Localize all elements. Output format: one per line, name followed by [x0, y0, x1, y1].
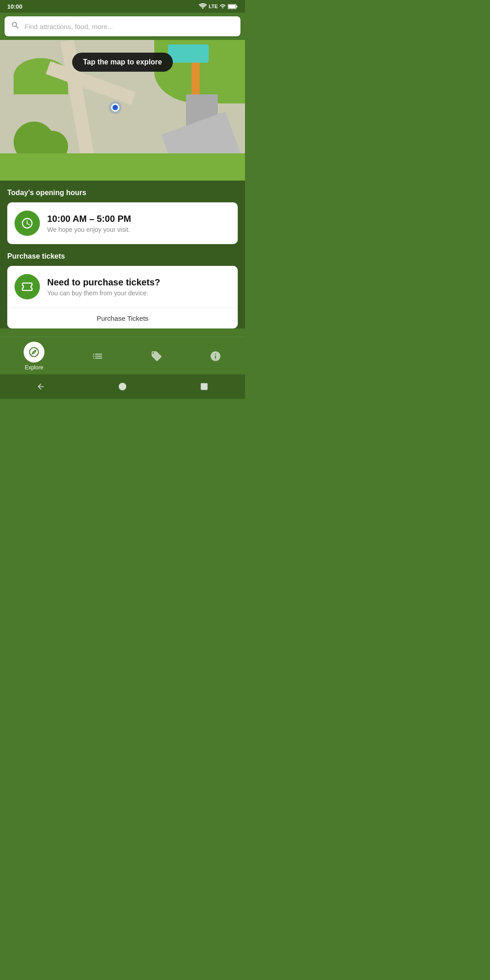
info-icon	[210, 350, 221, 362]
search-icon	[11, 21, 20, 32]
clock-icon-circle	[15, 211, 40, 236]
status-time: 10:00	[7, 3, 22, 10]
opening-hours-title: Today's opening hours	[7, 189, 238, 197]
android-nav-bar	[0, 374, 245, 399]
opening-hours-body: 10:00 AM – 5:00 PM We hope you enjoy you…	[7, 202, 238, 244]
tickets-card-body: Need to purchase tickets? You can buy th…	[7, 266, 238, 308]
user-location-dot	[111, 103, 119, 112]
ticket-icon-circle	[15, 274, 40, 299]
explore-label: Explore	[25, 364, 44, 371]
svg-rect-1	[236, 5, 237, 7]
search-placeholder: Find attractions, food, more...	[24, 23, 113, 30]
opening-hours-time: 10:00 AM – 5:00 PM	[47, 213, 131, 224]
clock-icon	[21, 217, 34, 230]
map-area[interactable]: Tap the map to explore	[0, 40, 245, 181]
svg-point-3	[119, 383, 127, 391]
android-home-button[interactable]	[118, 382, 127, 391]
tickets-headline: Need to purchase tickets?	[47, 277, 160, 288]
explore-icon-circle	[24, 342, 44, 363]
tickets-card: Need to purchase tickets? You can buy th…	[7, 266, 238, 328]
nav-item-list[interactable]	[92, 350, 103, 362]
status-bar: 10:00 LTE	[0, 0, 245, 13]
tickets-subtext: You can buy them from your device.	[47, 289, 160, 297]
nav-item-explore[interactable]: Explore	[24, 342, 44, 371]
map-tooltip: Tap the map to explore	[72, 53, 173, 72]
purchase-tickets-button[interactable]: Purchase Tickets	[7, 308, 238, 328]
ticket-icon	[21, 280, 34, 293]
android-back-button[interactable]	[36, 382, 45, 391]
opening-hours-message: We hope you enjoy your visit.	[47, 226, 131, 233]
nav-item-info[interactable]	[210, 350, 221, 362]
content-section: Today's opening hours 10:00 AM – 5:00 PM…	[0, 181, 245, 328]
opening-hours-text: 10:00 AM – 5:00 PM We hope you enjoy you…	[47, 213, 131, 233]
tag-icon	[151, 350, 162, 362]
list-icon	[92, 350, 103, 362]
status-icons: LTE	[199, 3, 238, 10]
map-bottom-zone	[0, 153, 245, 181]
tickets-section-title: Purchase tickets	[7, 252, 238, 260]
lte-label: LTE	[209, 4, 218, 9]
bottom-nav: Explore	[0, 337, 245, 374]
svg-rect-4	[201, 383, 208, 390]
tickets-text: Need to purchase tickets? You can buy th…	[47, 277, 160, 297]
opening-hours-card: 10:00 AM – 5:00 PM We hope you enjoy you…	[7, 202, 238, 244]
nav-item-tag[interactable]	[151, 350, 162, 362]
signal-icon	[220, 3, 226, 10]
wifi-icon	[199, 3, 207, 10]
battery-icon	[228, 4, 238, 10]
compass-icon	[28, 346, 40, 358]
svg-rect-2	[228, 5, 235, 8]
search-bar[interactable]: Find attractions, food, more...	[5, 16, 240, 36]
map-teal-building	[168, 44, 209, 63]
android-recents-button[interactable]	[200, 382, 209, 391]
